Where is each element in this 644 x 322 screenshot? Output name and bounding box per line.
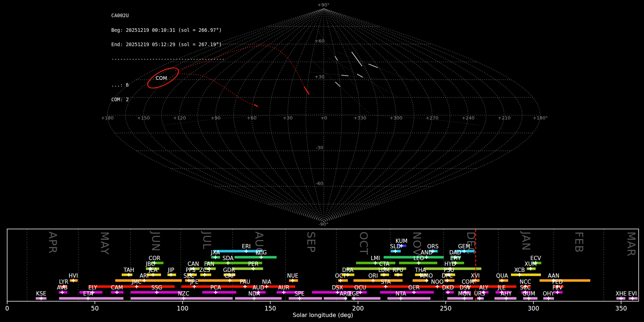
shower-bar bbox=[447, 297, 473, 300]
shower-label: RPU bbox=[392, 267, 403, 273]
sky-and-activity-plot: +180+150+120+90+60+30+0+330+300+270+240+… bbox=[0, 0, 644, 322]
shower-bar bbox=[353, 279, 402, 282]
trail-extension bbox=[312, 60, 369, 113]
month-label: MAR bbox=[625, 231, 638, 257]
trail-extension bbox=[317, 29, 360, 93]
shower-bar bbox=[233, 268, 263, 270]
shower-label: XUM bbox=[525, 261, 537, 267]
shower-bar bbox=[235, 297, 282, 300]
longitude-label: +120 bbox=[173, 115, 186, 121]
shower-label: ETA bbox=[83, 291, 93, 297]
longitude-label: +270 bbox=[426, 115, 439, 121]
shower-label: NDA bbox=[248, 291, 260, 297]
observation-info-panel: CA002U Beg: 20251219 00:10:31 (sol = 266… bbox=[111, 4, 225, 107]
latitude-label: -90° bbox=[318, 221, 328, 227]
shower-label: CAP bbox=[224, 273, 235, 279]
longitude-label: +90 bbox=[211, 115, 220, 121]
shower-label: NUE bbox=[287, 273, 298, 279]
shower-label: OCU bbox=[354, 284, 366, 291]
shower-label: HYD bbox=[444, 261, 456, 267]
shower-bar bbox=[115, 279, 182, 282]
shower-label: SLD bbox=[390, 243, 400, 250]
shower-label: OER bbox=[408, 284, 420, 291]
shower-label: ERI bbox=[242, 243, 250, 250]
latitude-label: +30 bbox=[314, 74, 324, 79]
longitude-label: +30 bbox=[283, 115, 292, 121]
shower-label: SCC bbox=[520, 284, 531, 291]
count-com: COM: 2 bbox=[111, 97, 225, 102]
month-label: OCT bbox=[357, 231, 370, 255]
longitude-label: +0 bbox=[320, 115, 327, 121]
shower-label: HVI bbox=[69, 273, 78, 279]
shower-label: SPE bbox=[294, 291, 304, 297]
shower-label: XHE bbox=[616, 291, 627, 297]
shower-bar bbox=[234, 256, 277, 259]
shower-label: NTA bbox=[395, 291, 406, 297]
shower-label: DSX bbox=[332, 284, 343, 291]
separator-line: --------------------------------------- bbox=[111, 57, 225, 62]
shower-label: DKD bbox=[442, 284, 454, 291]
shower-label: SDA bbox=[223, 255, 234, 262]
shower-label: AHY bbox=[501, 291, 512, 297]
shower-label: OCT bbox=[335, 273, 346, 279]
shower-label: JPE bbox=[190, 279, 199, 285]
month-label: JAN bbox=[520, 231, 532, 251]
meteor-trail bbox=[369, 64, 378, 68]
shower-bar bbox=[540, 279, 590, 282]
shower-bar bbox=[214, 250, 262, 253]
count-unclassified: ...: 6 bbox=[111, 83, 225, 88]
shower-label: DSV bbox=[460, 284, 471, 291]
month-label: SEP bbox=[305, 231, 317, 253]
shower-label: FEV bbox=[552, 284, 563, 291]
tick-label: 200 bbox=[352, 305, 364, 312]
shower-label: AAN bbox=[548, 273, 559, 279]
x-axis-title: Solar longitude (deg) bbox=[293, 312, 353, 318]
tick-label: 0 bbox=[5, 305, 9, 312]
shower-label: ELY bbox=[88, 284, 98, 291]
shower-label: AVB bbox=[57, 284, 68, 291]
shower-label: ORI bbox=[368, 273, 378, 279]
tick-label: 50 bbox=[91, 305, 99, 312]
shower-bar bbox=[289, 297, 322, 300]
longitude-label: +60 bbox=[247, 115, 257, 121]
shower-label: ZCS bbox=[199, 267, 210, 273]
latitude-label: +90° bbox=[317, 2, 330, 8]
shower-label: LEO bbox=[413, 255, 424, 262]
shower-row-cyan: ERISLDORSGEM bbox=[214, 243, 474, 253]
month-label: APR bbox=[47, 231, 59, 254]
shower-bar bbox=[511, 274, 541, 276]
shower-bar bbox=[131, 297, 233, 300]
end-time: End: 20251219 05:12:29 (sol = 267.19°) bbox=[111, 42, 225, 47]
shower-label: JLE bbox=[497, 284, 506, 291]
longitude-label: +330 bbox=[353, 115, 366, 121]
shower-label: TAH bbox=[123, 267, 134, 273]
shower-label: JMC bbox=[131, 279, 142, 285]
tick-label: 250 bbox=[440, 305, 452, 312]
month-label: JUN bbox=[150, 231, 162, 252]
tick-label: 300 bbox=[528, 305, 539, 312]
spacer bbox=[111, 71, 225, 73]
shower-bar bbox=[335, 286, 411, 288]
month-label: MAY bbox=[98, 231, 111, 255]
shower-label: QUA bbox=[496, 273, 508, 279]
shower-label: PER bbox=[248, 261, 258, 267]
shower-label: JIP bbox=[167, 267, 174, 273]
shower-label: AUR bbox=[278, 284, 289, 291]
shower-label: ARI bbox=[140, 273, 148, 279]
longitude-label: +300 bbox=[390, 115, 402, 121]
shower-label: AMO bbox=[420, 273, 433, 279]
shower-bar bbox=[380, 291, 434, 294]
shower-label: NZC bbox=[178, 291, 189, 297]
longitude-label: +150 bbox=[137, 115, 150, 121]
shower-bar bbox=[202, 291, 236, 294]
shower-label: SZC bbox=[184, 273, 194, 279]
shower-bar bbox=[387, 297, 430, 300]
shower-label: DPC bbox=[442, 273, 453, 279]
month-label: FEB bbox=[573, 231, 585, 253]
shower-label: LUM bbox=[378, 267, 390, 273]
tick-label: 350 bbox=[615, 305, 627, 312]
shower-label: CAM bbox=[111, 284, 123, 291]
shower-label: EGE bbox=[348, 291, 360, 297]
shower-bar bbox=[352, 297, 380, 300]
meteor-trail bbox=[357, 74, 363, 77]
